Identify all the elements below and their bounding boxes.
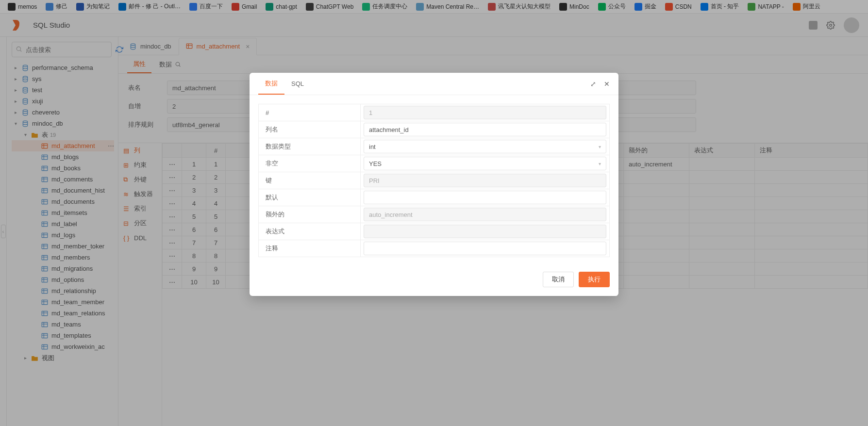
field-label: 注释 bbox=[259, 240, 361, 257]
field-input-comment[interactable] bbox=[364, 242, 606, 255]
field-label: 非空 bbox=[259, 155, 361, 172]
modal-footer: 取消 执行 bbox=[250, 266, 618, 296]
field-label: 键 bbox=[259, 172, 361, 189]
chevron-down-icon: ▾ bbox=[599, 161, 601, 166]
field-select-datatype[interactable]: int▾ bbox=[364, 140, 606, 153]
field-label: 表达式 bbox=[259, 223, 361, 240]
field-input-colname[interactable] bbox=[364, 123, 606, 136]
field-input-key bbox=[364, 174, 606, 187]
modal-close-icon[interactable]: ✕ bbox=[604, 80, 610, 88]
field-input-extra bbox=[364, 208, 606, 221]
field-label: 列名 bbox=[259, 121, 361, 138]
modal-maximize-icon[interactable]: ⤢ bbox=[590, 80, 596, 88]
modal-header: 数据 SQL ⤢ ✕ bbox=[250, 73, 618, 95]
field-select-notnull[interactable]: YES▾ bbox=[364, 157, 606, 170]
field-input-expr bbox=[364, 225, 606, 238]
modal-tab-sql[interactable]: SQL bbox=[284, 73, 311, 95]
field-label: 数据类型 bbox=[259, 138, 361, 155]
field-label: 额外的 bbox=[259, 206, 361, 223]
chevron-down-icon: ▾ bbox=[599, 144, 601, 149]
modal-overlay: 数据 SQL ⤢ ✕ #列名数据类型int▾非空YES▾键默认额外的表达式注释 … bbox=[0, 0, 868, 426]
modal-tab-data[interactable]: 数据 bbox=[258, 73, 284, 95]
field-label: 默认 bbox=[259, 189, 361, 206]
execute-button[interactable]: 执行 bbox=[579, 272, 610, 287]
field-input-default[interactable] bbox=[364, 191, 606, 204]
column-edit-modal: 数据 SQL ⤢ ✕ #列名数据类型int▾非空YES▾键默认额外的表达式注释 … bbox=[250, 73, 618, 296]
modal-body: #列名数据类型int▾非空YES▾键默认额外的表达式注释 bbox=[250, 95, 618, 266]
field-input-index bbox=[364, 106, 606, 119]
cancel-button[interactable]: 取消 bbox=[543, 272, 574, 287]
field-label: # bbox=[259, 104, 361, 121]
